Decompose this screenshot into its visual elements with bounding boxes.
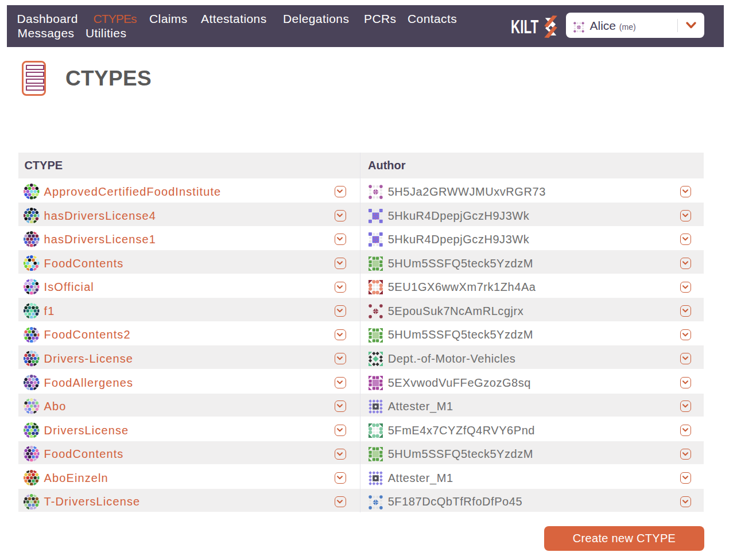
svg-text:KILT: KILT [511, 19, 538, 37]
